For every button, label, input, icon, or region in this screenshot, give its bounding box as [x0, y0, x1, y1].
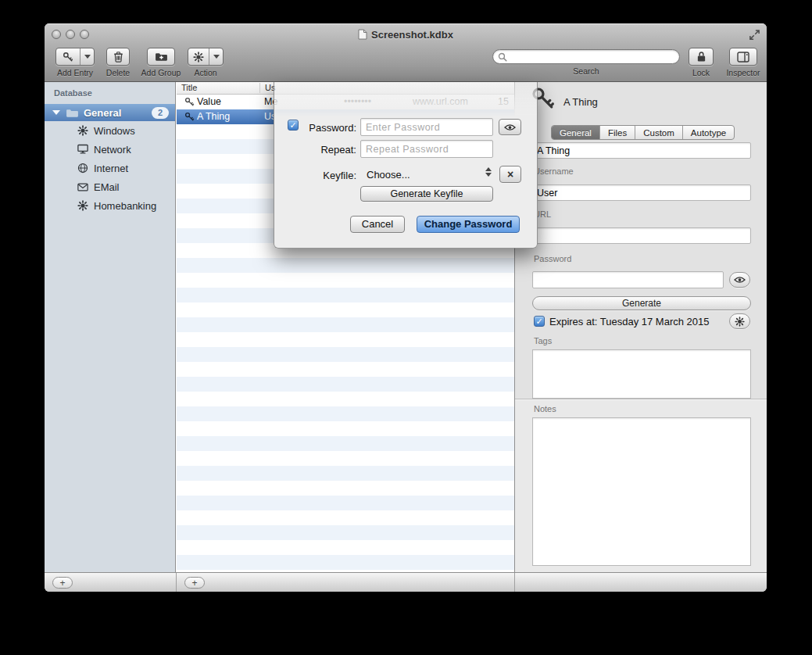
- cancel-button[interactable]: Cancel: [350, 216, 405, 233]
- password-checkbox[interactable]: ✓: [288, 120, 299, 131]
- new-password-input[interactable]: [360, 118, 493, 136]
- sheet-password-label: Password:: [298, 122, 356, 134]
- sheet-reveal-password-button[interactable]: [499, 119, 521, 135]
- column-divider[interactable]: [259, 83, 260, 93]
- toolbar: Add Entry Delete Add Group Action: [45, 45, 767, 82]
- chevron-down-icon: [213, 55, 220, 59]
- key-icon: [184, 97, 195, 107]
- padlock-icon: [696, 51, 706, 63]
- toolbar-item-lock: Lock: [685, 48, 717, 77]
- group-label: General: [84, 107, 121, 119]
- inspector-label: Inspector: [721, 68, 765, 77]
- username-field[interactable]: [532, 184, 751, 201]
- reveal-password-button[interactable]: [729, 272, 750, 288]
- bottom-bar: + +: [45, 572, 767, 592]
- column-header-title[interactable]: Title: [181, 83, 197, 92]
- lock-button[interactable]: [689, 48, 714, 66]
- search-field[interactable]: [492, 49, 680, 64]
- add-entry-button[interactable]: [55, 48, 95, 66]
- folder-icon: [66, 108, 79, 118]
- chevron-down-icon: [84, 55, 91, 59]
- add-group-button[interactable]: [147, 48, 175, 66]
- tab-autotype[interactable]: Autotype: [683, 126, 734, 139]
- chevron-down-icon: [485, 173, 492, 177]
- toolbar-item-add-group: Add Group: [138, 48, 184, 77]
- display-icon: [77, 144, 88, 155]
- delete-button[interactable]: [106, 48, 130, 66]
- password-field[interactable]: [532, 271, 724, 288]
- inspector-panel: A Thing General Files Custom Autotype Us…: [514, 82, 767, 572]
- key-icon: [184, 112, 195, 122]
- generate-keyfile-button[interactable]: Generate Keyfile: [360, 186, 493, 202]
- sheet-repeat-label: Repeat:: [298, 144, 356, 156]
- sidebar-group-general[interactable]: General 2: [45, 104, 175, 121]
- folder-plus-icon: [155, 52, 168, 62]
- sidebar-item-windows[interactable]: Windows: [45, 121, 175, 140]
- disclosure-triangle-icon[interactable]: [52, 110, 60, 115]
- sidebar-item-internet[interactable]: Internet: [45, 159, 175, 177]
- toolbar-item-action: Action: [187, 48, 224, 77]
- change-password-button[interactable]: Change Password: [417, 216, 520, 233]
- search-input[interactable]: [510, 52, 674, 63]
- toolbar-item-delete: Delete: [102, 48, 134, 77]
- keyfile-popup[interactable]: Choose...: [367, 169, 410, 181]
- window-title: Screenshot.kdbx: [371, 29, 453, 41]
- tags-field[interactable]: [532, 349, 751, 399]
- eye-icon: [504, 123, 516, 131]
- action-button[interactable]: [188, 48, 224, 66]
- sidebar-item-network[interactable]: Network: [45, 140, 175, 159]
- sidebar-item-label: EMail: [94, 181, 120, 193]
- divider: [514, 573, 515, 592]
- add-entry-plus-button[interactable]: +: [184, 577, 205, 589]
- action-label: Action: [187, 68, 224, 77]
- tab-general[interactable]: General: [552, 126, 600, 139]
- expires-checkbox[interactable]: ✓: [534, 316, 545, 327]
- app-window: Screenshot.kdbx Add Entry Delete: [45, 23, 767, 592]
- chevron-up-icon: [485, 167, 492, 171]
- count-badge: 2: [152, 107, 169, 119]
- title-field[interactable]: [532, 142, 751, 159]
- sidebar-item-email[interactable]: EMail: [45, 177, 175, 196]
- sidebar-item-label: Windows: [94, 125, 135, 137]
- sidebar-header: Database: [54, 88, 92, 98]
- url-field[interactable]: [532, 227, 751, 244]
- keyfile-popup-stepper[interactable]: [484, 167, 492, 177]
- generate-password-button[interactable]: Generate: [532, 296, 751, 310]
- title-bar: Screenshot.kdbx: [45, 23, 767, 45]
- sidebar-item-label: Internet: [94, 163, 128, 174]
- username-label: Username: [534, 166, 574, 176]
- sidebar-item-homebanking[interactable]: Homebanking: [45, 196, 175, 215]
- entry-title: A Thing: [197, 111, 230, 122]
- change-password-sheet: ✓ Password: Repeat: Keyfile: Choose... ×…: [274, 82, 538, 249]
- window-title-area: Screenshot.kdbx: [45, 23, 767, 45]
- inspector-button[interactable]: [729, 48, 757, 66]
- sidebar: Database General 2 Windows Network: [45, 82, 176, 572]
- inspector-tabs: General Files Custom Autotype: [551, 125, 735, 140]
- entry-title: Value: [197, 96, 221, 107]
- clear-keyfile-button[interactable]: ×: [499, 166, 521, 183]
- gear-icon: [77, 125, 88, 136]
- content-area: Database General 2 Windows Network: [45, 82, 767, 572]
- action-dropdown[interactable]: [209, 48, 223, 65]
- globe-icon: [77, 163, 88, 174]
- magnifier-icon: [498, 52, 507, 62]
- key-icon: [63, 52, 73, 63]
- expire-presets-button[interactable]: [729, 313, 750, 329]
- sidebar-item-label: Homebanking: [94, 200, 156, 212]
- add-entry-dropdown[interactable]: [80, 48, 94, 65]
- expires-label: Expires at: Tuesday 17 March 2015: [549, 316, 710, 328]
- sheet-keyfile-label: Keyfile:: [298, 170, 356, 181]
- envelope-icon: [77, 183, 88, 191]
- eye-icon: [734, 276, 746, 284]
- tab-files[interactable]: Files: [600, 126, 635, 139]
- sidebar-item-label: Network: [94, 144, 131, 156]
- add-group-plus-button[interactable]: +: [52, 577, 73, 589]
- fullscreen-icon[interactable]: [749, 29, 760, 41]
- repeat-password-input[interactable]: [360, 140, 493, 158]
- toolbar-item-search: Search: [487, 48, 685, 76]
- notes-field[interactable]: [532, 417, 751, 566]
- inspector-entry-title: A Thing: [563, 96, 598, 108]
- tab-custom[interactable]: Custom: [635, 126, 683, 139]
- gear-icon: [77, 200, 88, 211]
- gear-icon: [735, 317, 745, 327]
